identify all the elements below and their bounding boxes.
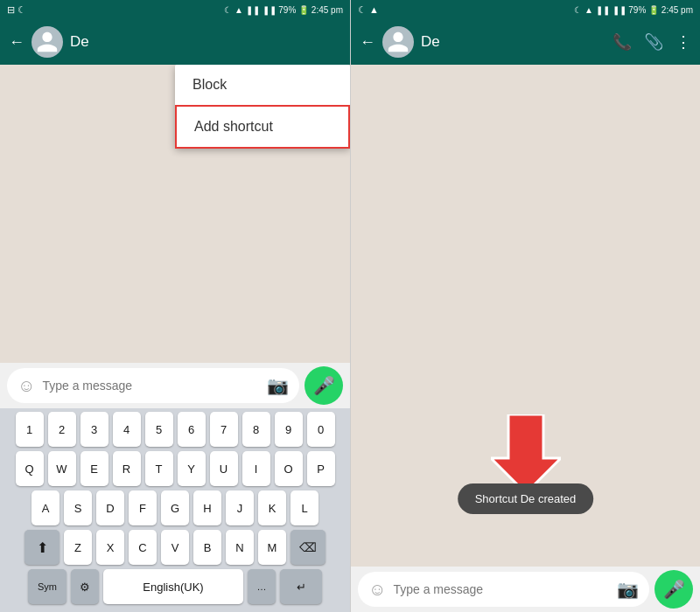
key-d[interactable]: D — [96, 490, 124, 525]
key-c[interactable]: C — [129, 530, 157, 565]
status-right-right-info: ☾ ▲ ❚❚ ❚❚ 79% 🔋 2:45 pm — [574, 5, 693, 15]
key-settings[interactable]: ⚙ — [71, 569, 99, 604]
key-u[interactable]: U — [210, 451, 238, 486]
right-message-input-area: ☺ 📷 🎤 — [351, 567, 700, 612]
key-n[interactable]: N — [226, 530, 254, 565]
key-5[interactable]: 5 — [145, 412, 173, 447]
status-right-info: ☾ ▲ ❚❚ ❚❚ 79% 🔋 2:45 pm — [224, 5, 343, 15]
key-2[interactable]: 2 — [48, 412, 76, 447]
toast-text: Shortcut De created — [475, 492, 577, 505]
key-i[interactable]: I — [242, 451, 270, 486]
header-icons-right: 📞 📎 ⋮ — [612, 32, 691, 52]
status-bar-right: ☾ ▲ ☾ ▲ ❚❚ ❚❚ 79% 🔋 2:45 pm — [351, 0, 700, 19]
emoji-icon-right[interactable]: ☺ — [368, 580, 386, 600]
dropdown-menu: Block Add shortcut — [175, 65, 350, 149]
right-chat-area: Shortcut De created — [351, 65, 700, 567]
svg-marker-0 — [491, 414, 561, 493]
right-panel: ☾ ▲ ☾ ▲ ❚❚ ❚❚ 79% 🔋 2:45 pm ← De 📞 📎 ⋮ — [350, 0, 700, 612]
status-right-left-icons: ☾ ▲ — [358, 4, 379, 16]
key-dots[interactable]: … — [248, 569, 276, 604]
block-menu-item[interactable]: Block — [175, 65, 350, 105]
key-0[interactable]: 0 — [307, 412, 335, 447]
key-x[interactable]: X — [96, 530, 124, 565]
key-enter[interactable]: ↵ — [280, 569, 322, 604]
key-o[interactable]: O — [275, 451, 303, 486]
call-icon[interactable]: 📞 — [612, 32, 632, 52]
left-chat-area: Block Add shortcut — [0, 65, 350, 363]
keyboard-row-qwerty: Q W E R T Y U I O P — [2, 451, 348, 486]
back-button-right[interactable]: ← — [360, 33, 375, 52]
status-bar-left: ⊟ ☾ ☾ ▲ ❚❚ ❚❚ 79% 🔋 2:45 pm — [0, 0, 350, 19]
right-message-input-box: ☺ 📷 — [358, 572, 649, 607]
camera-icon-left[interactable]: 📷 — [267, 375, 289, 396]
key-3[interactable]: 3 — [80, 412, 108, 447]
key-e[interactable]: E — [80, 451, 108, 486]
key-9[interactable]: 9 — [275, 412, 303, 447]
key-l[interactable]: L — [290, 490, 318, 525]
left-panel: ⊟ ☾ ☾ ▲ ❚❚ ❚❚ 79% 🔋 2:45 pm ← De Block A… — [0, 0, 350, 612]
mic-button-right[interactable]: 🎤 — [654, 570, 693, 609]
key-g[interactable]: G — [161, 490, 189, 525]
key-h[interactable]: H — [193, 490, 221, 525]
keyboard-row-asdf: A S D F G H J K L — [2, 490, 348, 525]
right-app-header: ← De 📞 📎 ⋮ — [351, 19, 700, 65]
key-j[interactable]: J — [226, 490, 254, 525]
key-f[interactable]: F — [129, 490, 157, 525]
keyboard-row-bottom: Sym ⚙ English(UK) … ↵ — [2, 569, 348, 604]
key-m[interactable]: M — [258, 530, 286, 565]
key-8[interactable]: 8 — [242, 412, 270, 447]
key-7[interactable]: 7 — [210, 412, 238, 447]
avatar-right — [382, 26, 414, 58]
back-button-left[interactable]: ← — [9, 33, 24, 52]
left-message-input-box: ☺ 📷 — [7, 368, 299, 403]
contact-name-left: De — [70, 33, 341, 51]
keyboard: 1 2 3 4 5 6 7 8 9 0 Q W E R T Y U I O P … — [0, 408, 350, 612]
key-t[interactable]: T — [145, 451, 173, 486]
key-sym[interactable]: Sym — [28, 569, 66, 604]
contact-name-right: De — [421, 33, 606, 51]
keyboard-row-numbers: 1 2 3 4 5 6 7 8 9 0 — [2, 412, 348, 447]
status-left-icons: ⊟ ☾ — [7, 4, 26, 16]
left-app-header: ← De — [0, 19, 350, 65]
keyboard-row-zxcv: ⬆ Z X C V B N M ⌫ — [2, 530, 348, 565]
message-input-left[interactable] — [42, 379, 260, 393]
key-v[interactable]: V — [161, 530, 189, 565]
key-shift[interactable]: ⬆ — [24, 530, 60, 565]
key-s[interactable]: S — [64, 490, 92, 525]
key-backspace[interactable]: ⌫ — [290, 530, 326, 565]
message-input-right[interactable] — [393, 582, 610, 596]
key-a[interactable]: A — [32, 490, 60, 525]
key-w[interactable]: W — [48, 451, 76, 486]
toast-message: Shortcut De created — [458, 483, 594, 514]
more-options-icon[interactable]: ⋮ — [676, 32, 691, 52]
key-6[interactable]: 6 — [178, 412, 206, 447]
key-1[interactable]: 1 — [16, 412, 44, 447]
attach-icon[interactable]: 📎 — [644, 32, 663, 52]
key-b[interactable]: B — [193, 530, 221, 565]
key-4[interactable]: 4 — [113, 412, 141, 447]
left-message-input-area: ☺ 📷 🎤 — [0, 363, 350, 408]
key-z[interactable]: Z — [64, 530, 92, 565]
camera-icon-right[interactable]: 📷 — [617, 579, 639, 600]
key-y[interactable]: Y — [178, 451, 206, 486]
add-shortcut-menu-item[interactable]: Add shortcut — [175, 105, 350, 149]
key-q[interactable]: Q — [16, 451, 44, 486]
key-space[interactable]: English(UK) — [103, 569, 243, 604]
key-p[interactable]: P — [307, 451, 335, 486]
emoji-icon-left[interactable]: ☺ — [18, 376, 35, 396]
key-r[interactable]: R — [113, 451, 141, 486]
key-k[interactable]: K — [258, 490, 286, 525]
avatar-left — [32, 26, 63, 58]
mic-button-left[interactable]: 🎤 — [304, 366, 343, 405]
